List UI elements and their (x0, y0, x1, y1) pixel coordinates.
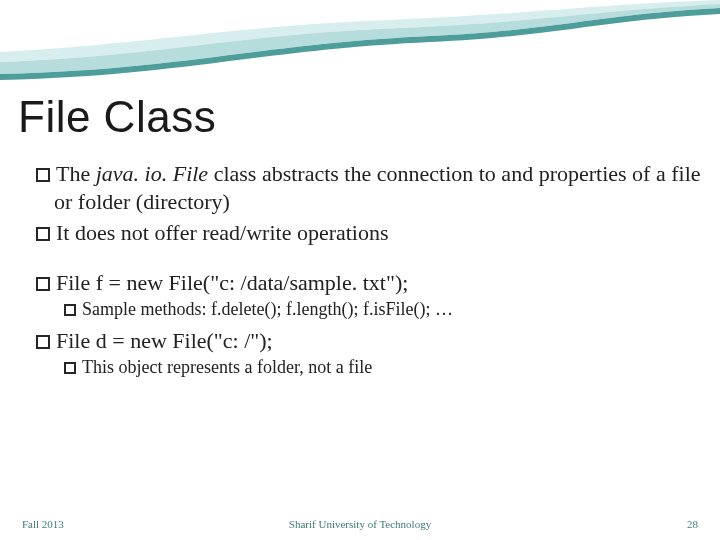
bullet-1: The java. io. File class abstracts the c… (36, 160, 702, 215)
bullet-2: It does not offer read/write operations (36, 219, 702, 247)
bullet-3-sub-text: Sample methods: f.delete(); f.length(); … (82, 299, 453, 319)
bullet-square-icon (64, 304, 76, 316)
bullet-4-sub: This object represents a folder, not a f… (64, 356, 702, 379)
bullet-3-text: File f = new File("c: /data/sample. txt"… (56, 270, 408, 295)
footer-page-number: 28 (687, 518, 698, 530)
slide-content: File Class The java. io. File class abst… (18, 92, 702, 385)
bullet-4-sub-text: This object represents a folder, not a f… (82, 357, 372, 377)
bullet-3: File f = new File("c: /data/sample. txt"… (36, 269, 702, 297)
header-swoosh (0, 0, 720, 90)
bullet-4: File d = new File("c: /"); (36, 327, 702, 355)
bullet-square-icon (64, 362, 76, 374)
bullet-2-text: It does not offer read/write operations (56, 220, 389, 245)
bullet-4-text: File d = new File("c: /"); (56, 328, 273, 353)
bullet-1-italic: java. io. File (96, 161, 208, 186)
bullet-1-text-pre: The (56, 161, 96, 186)
footer-center: Sharif University of Technology (0, 518, 720, 530)
slide-footer: Fall 2013 Sharif University of Technolog… (0, 508, 720, 530)
bullet-square-icon (36, 277, 50, 291)
bullet-square-icon (36, 227, 50, 241)
bullet-list: The java. io. File class abstracts the c… (18, 160, 702, 379)
bullet-3-sub: Sample methods: f.delete(); f.length(); … (64, 298, 702, 321)
bullet-square-icon (36, 168, 50, 182)
bullet-square-icon (36, 335, 50, 349)
slide-title: File Class (18, 92, 702, 142)
